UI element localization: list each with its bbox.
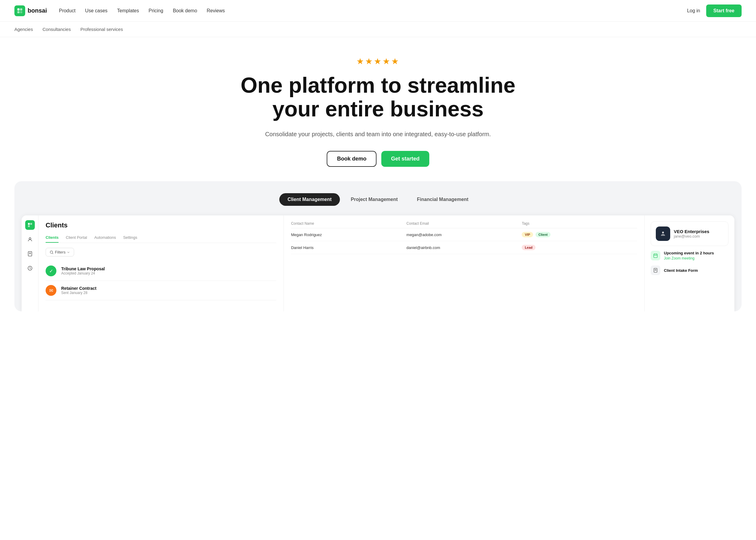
tab-financial-management[interactable]: Financial Management — [409, 193, 477, 206]
client-detail-panel: VEO Enterprises jane@veo.com Upcoming ev… — [644, 215, 734, 312]
svg-rect-6 — [28, 225, 30, 227]
col-header-name: Contact Name — [291, 221, 407, 225]
doc-item: Client Intake Form — [651, 265, 728, 275]
app-sidebar — [22, 215, 39, 312]
table-header: Contact Name Contact Email Tags — [291, 221, 637, 228]
hero-buttons: Book demo Get started — [203, 151, 553, 167]
client-tab-settings[interactable]: Settings — [123, 233, 137, 243]
client-card-info: VEO Enterprises jane@veo.com — [674, 229, 709, 238]
nav-book-demo[interactable]: Book demo — [173, 8, 197, 14]
demo-section: Client Management Project Management Fin… — [14, 181, 742, 312]
clients-title: Clients — [46, 221, 276, 229]
nav-links: Product Use cases Templates Pricing Book… — [59, 8, 225, 14]
sub-nav-consultancies[interactable]: Consultancies — [43, 27, 71, 32]
tab-project-management[interactable]: Project Management — [342, 193, 406, 206]
filter-label: Filters — [55, 250, 65, 254]
sidebar-logo-icon — [25, 220, 35, 230]
zoom-link[interactable]: Join Zoom meeting — [664, 256, 694, 260]
svg-point-12 — [50, 251, 53, 253]
client-tab-portal[interactable]: Client Portal — [66, 233, 87, 243]
client-name: Retainer Contract — [61, 286, 276, 291]
contact-email: megan@adobe.com — [407, 232, 522, 237]
logo-icon — [14, 5, 25, 16]
nav-reviews[interactable]: Reviews — [207, 8, 225, 14]
client-info: Tribune Law Proposal Accepted January 24 — [61, 266, 276, 275]
client-rows: ✓ Tribune Law Proposal Accepted January … — [46, 261, 276, 300]
sidebar-clock-icon[interactable] — [25, 263, 35, 273]
logo-text: bonsai — [28, 7, 47, 14]
client-status-icon: ✓ — [46, 265, 57, 276]
table-row: Megan Rodriguez megan@adobe.com VIP Clie… — [291, 228, 637, 241]
client-date: Accepted January 24 — [61, 271, 276, 275]
clients-panel: Clients Clients Client Portal Automation… — [39, 215, 284, 312]
avatar — [656, 226, 670, 241]
sub-nav-professional-services[interactable]: Professional services — [80, 27, 123, 32]
search-icon — [50, 250, 54, 254]
client-card-email: jane@veo.com — [674, 234, 709, 238]
nav-right: Log in Start free — [687, 5, 742, 17]
hero-headline: One platform to streamline your entire b… — [203, 73, 553, 121]
table-row: Daniel Harris daniel@airbnb.com Lead — [291, 241, 637, 254]
svg-rect-5 — [30, 223, 32, 225]
start-free-button[interactable]: Start free — [706, 5, 742, 17]
login-button[interactable]: Log in — [687, 8, 700, 14]
event-info: Upcoming event in 2 hours Join Zoom meet… — [664, 251, 714, 261]
nav-use-cases[interactable]: Use cases — [85, 8, 108, 14]
client-date: Sent January 28 — [61, 291, 276, 295]
hero-section: ★★★★★ One platform to streamline your en… — [189, 37, 567, 181]
client-card: VEO Enterprises jane@veo.com — [651, 221, 728, 246]
chevron-down-icon — [66, 250, 70, 254]
svg-rect-2 — [17, 11, 20, 13]
nav-pricing[interactable]: Pricing — [149, 8, 163, 14]
svg-point-7 — [29, 238, 31, 239]
tag-lead: Lead — [522, 245, 536, 250]
svg-rect-3 — [20, 11, 22, 13]
navbar: bonsai Product Use cases Templates Prici… — [0, 0, 756, 22]
demo-tabs: Client Management Project Management Fin… — [14, 193, 742, 206]
client-info: Retainer Contract Sent January 28 — [61, 286, 276, 295]
list-item: ✉ Retainer Contract Sent January 28 — [46, 281, 276, 300]
event-title: Upcoming event in 2 hours — [664, 251, 714, 255]
contact-tags: VIP Client — [522, 232, 637, 237]
hero-subtext: Consolidate your projects, clients and t… — [203, 129, 553, 139]
svg-rect-4 — [28, 223, 30, 225]
doc-title: Client Intake Form — [664, 268, 698, 273]
logo[interactable]: bonsai — [14, 5, 47, 16]
contact-email: daniel@airbnb.com — [407, 245, 522, 250]
event-item: Upcoming event in 2 hours Join Zoom meet… — [651, 251, 728, 261]
svg-line-13 — [53, 253, 54, 254]
sub-navbar: Agencies Consultancies Professional serv… — [0, 22, 756, 37]
client-nav-tabs: Clients Client Portal Automations Settin… — [46, 233, 276, 243]
contacts-table: Contact Name Contact Email Tags Megan Ro… — [284, 215, 644, 312]
contact-name: Megan Rodriguez — [291, 232, 407, 237]
app-mockup: Clients Clients Client Portal Automation… — [22, 215, 734, 312]
contact-tags: Lead — [522, 245, 637, 250]
book-demo-button[interactable]: Book demo — [327, 151, 376, 167]
nav-product[interactable]: Product — [59, 8, 75, 14]
col-header-email: Contact Email — [407, 221, 522, 225]
list-item: ✓ Tribune Law Proposal Accepted January … — [46, 261, 276, 281]
tag-client: Client — [536, 232, 551, 237]
client-card-name: VEO Enterprises — [674, 229, 709, 234]
sidebar-contacts-icon[interactable] — [25, 235, 35, 244]
client-status-icon: ✉ — [46, 285, 57, 296]
contact-name: Daniel Harris — [291, 245, 407, 250]
sub-nav-agencies[interactable]: Agencies — [14, 27, 33, 32]
svg-point-14 — [662, 232, 664, 233]
client-tab-automations[interactable]: Automations — [94, 233, 116, 243]
client-name: Tribune Law Proposal — [61, 266, 276, 271]
filter-button[interactable]: Filters — [46, 248, 74, 256]
svg-rect-15 — [654, 254, 657, 258]
nav-templates[interactable]: Templates — [117, 8, 139, 14]
col-header-tags: Tags — [522, 221, 637, 225]
svg-rect-0 — [17, 8, 20, 10]
calendar-icon — [651, 251, 660, 260]
tab-client-management[interactable]: Client Management — [279, 193, 340, 206]
client-tab-clients[interactable]: Clients — [46, 233, 59, 243]
get-started-button[interactable]: Get started — [381, 151, 429, 167]
tag-vip: VIP — [522, 232, 533, 237]
document-icon — [651, 265, 660, 275]
svg-rect-1 — [20, 8, 22, 10]
sidebar-docs-icon[interactable] — [25, 249, 35, 259]
filters-bar: Filters — [46, 248, 276, 256]
